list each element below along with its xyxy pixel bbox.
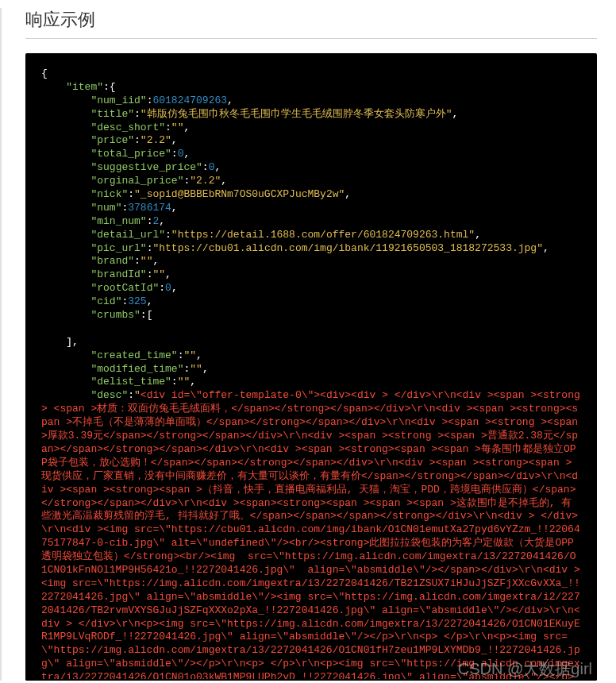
key: "price" [90,134,134,146]
key: "created_time" [90,349,177,361]
heading-divider [25,38,597,39]
num: 601824709263 [152,95,227,106]
num: 3786174 [128,202,171,214]
num: 325 [128,295,146,307]
p: :[ [141,309,153,321]
str: "https://cbu01.alicdn.com/img/ibank/1192… [152,242,542,254]
key: "total_price" [90,148,171,160]
brace: { [41,68,48,79]
key: "detail_url" [90,229,165,241]
section-heading: 响应示例 [25,8,597,32]
key: "desc_short" [90,122,165,133]
str: "" [183,349,196,361]
response-code-block: { "item":{ "num_iid":601824709263, "titl… [25,53,597,681]
close-bracket: ], [66,336,79,348]
str: "_sopid@BBBEbRNm7OS0uGCXPJucMBy2w" [134,188,345,200]
str: "" [141,255,153,267]
key: "modified_time" [90,363,183,375]
colon-brace: :{ [103,81,116,93]
key: "nick" [90,188,128,200]
key: "orginal_price" [90,175,183,187]
key: "crumbs" [90,309,140,321]
str: "https://detail.1688.com/offer/601824709… [171,229,475,241]
str: "2.2" [190,175,221,187]
key: "delist_time" [90,376,171,388]
str: "" [152,268,165,280]
key: "num_iid" [90,95,146,106]
quote-open: " [134,389,141,401]
str: "2.2" [141,134,171,146]
key: "title" [90,108,134,120]
key: "suggestive_price" [90,161,202,173]
num: 0 [165,282,171,294]
key: "cid" [90,295,121,307]
str: "" [171,122,184,133]
key: "item" [66,81,103,93]
str: "韩版仿兔毛围巾秋冬毛毛围巾学生毛毛绒围脖冬季女套头防寒户外" [141,108,452,120]
key: "num" [90,202,121,214]
key: "min_num" [90,215,146,227]
desc-html: <div id=\"offer-template-0\"><div><div >… [41,389,584,681]
key: "pic_url" [90,242,146,254]
key: "rootCatId" [90,282,159,294]
key: "brandId" [90,268,146,280]
str: "" [190,363,202,375]
key: "desc" [90,389,128,401]
str: "" [178,376,191,388]
key: "brand" [90,255,134,267]
